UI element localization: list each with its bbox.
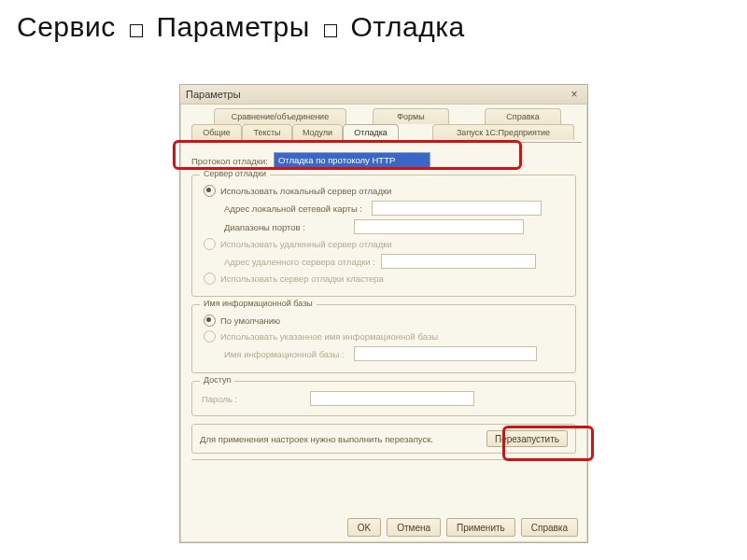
close-icon[interactable]: × [567,88,582,101]
tab-Сравнение/объединение[interactable]: Сравнение/объединение [214,108,346,124]
opt-remote-server-row[interactable]: Использовать удаленный сервер отладки [202,238,566,250]
addr-remote-input[interactable] [381,254,536,269]
tab-Модули[interactable]: Модули [292,124,343,140]
protocol-row: Протокол отладки: Отладка по протоколу H… [191,152,578,169]
breadcrumb-sep-icon [324,24,337,37]
opt-ib-default-label: По умолчанию [220,315,280,326]
tab-Общие[interactable]: Общие [191,124,242,140]
tab-Тексты[interactable]: Тексты [242,124,292,140]
addr-local-input[interactable] [372,201,542,216]
radio-ib-default[interactable] [204,315,216,327]
addr-local-label: Адрес локальной сетевой карты : [224,203,362,214]
parameters-dialog: Параметры × Сравнение/объединениеФормыСп… [179,84,588,543]
radio-local-server[interactable] [204,185,216,197]
radio-cluster-server[interactable] [204,273,216,285]
password-row: Пароль : [202,391,566,406]
tab-Справка[interactable]: Справка [485,108,561,124]
addr-remote-label: Адрес удаленного сервера отладки : [224,257,375,267]
opt-remote-server-label: Использовать удаленный сервер отладки [220,239,392,249]
group-access-title: Доступ [200,375,234,385]
password-input[interactable] [310,391,474,406]
breadcrumb: Сервис Параметры Отладка [0,0,747,54]
addr-remote-row: Адрес удаленного сервера отладки : [224,254,566,269]
ok-button[interactable]: OK [347,518,381,537]
restart-note: Для применения настроек нужно выполнить … [191,424,576,454]
group-infobase-title: Имя информационной базы [200,299,317,308]
group-infobase-name: Имя информационной базы По умолчанию Исп… [191,304,576,373]
dialog-title: Параметры [186,85,241,104]
ib-name-row: Имя информационной базы : [224,346,566,361]
breadcrumb-sep-icon [130,24,143,37]
restart-note-text: Для применения настроек нужно выполнить … [200,434,433,444]
opt-cluster-server-row[interactable]: Использовать сервер отладки кластера [202,273,566,285]
dialog-footer: OK Отмена Применить Справка [347,518,578,537]
radio-ib-custom[interactable] [204,330,216,343]
titlebar: Параметры × [180,85,587,105]
ports-row: Диапазоны портов : [224,219,566,234]
group-debug-server-title: Сервер отладки [200,169,270,178]
tab-strip: Сравнение/объединениеФормыСправкаОбщиеТе… [186,108,582,142]
opt-ib-custom-label: Использовать указанное имя информационно… [220,331,438,342]
apply-button[interactable]: Применить [446,518,515,537]
breadcrumb-c: Отладка [351,11,465,42]
opt-ib-custom-row[interactable]: Использовать указанное имя информационно… [202,330,566,343]
tab-Формы[interactable]: Формы [373,108,449,124]
opt-cluster-server-label: Использовать сервер отладки кластера [220,273,384,284]
ib-name-label: Имя информационной базы : [224,349,345,359]
radio-remote-server[interactable] [204,238,216,250]
tab-Запуск 1С:Предприятие[interactable]: Запуск 1С:Предприятие [432,124,574,140]
ports-label: Диапазоны портов : [224,222,305,232]
opt-local-server-label: Использовать локальный сервер отладки [220,186,391,196]
breadcrumb-a: Сервис [17,11,116,42]
cancel-button[interactable]: Отмена [387,518,441,537]
tab-Отладка[interactable]: Отладка [343,124,399,140]
protocol-label: Протокол отладки: [191,156,268,166]
opt-local-server-row[interactable]: Использовать локальный сервер отладки [202,185,566,197]
protocol-dropdown[interactable]: Отладка по протоколу HTTP [274,152,430,169]
restart-button[interactable]: Перезапустить [486,430,568,447]
opt-ib-default-row[interactable]: По умолчанию [202,315,566,327]
group-debug-server: Сервер отладки Использовать локальный се… [191,175,576,297]
separator [191,459,576,460]
help-button[interactable]: Справка [521,518,578,537]
tab-panel-debug: Протокол отладки: Отладка по протоколу H… [186,142,582,460]
password-label: Пароль : [202,394,237,404]
ports-input[interactable] [354,219,524,234]
group-access: Доступ Пароль : [191,381,576,416]
ib-name-input[interactable] [354,346,537,361]
addr-local-row: Адрес локальной сетевой карты : [224,201,566,216]
breadcrumb-b: Параметры [156,11,309,42]
